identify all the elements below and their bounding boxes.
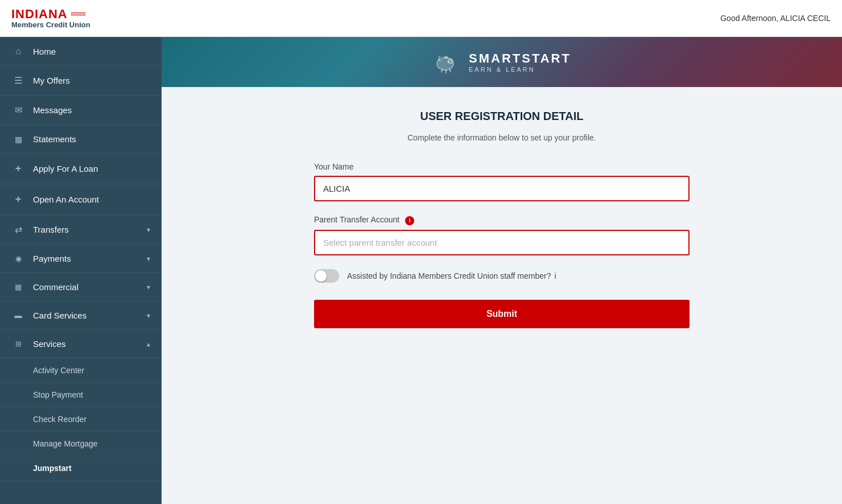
sidebar-label-open-account: Open An Account [33, 195, 150, 204]
sidebar-item-transfers[interactable]: ⇄ Transfers ▾ [0, 215, 162, 245]
main-layout: ⌂ Home ☰ My Offers ✉ Messages ▦ Statemen… [0, 37, 842, 504]
sidebar-label-commercial: Commercial [33, 282, 147, 292]
svg-line-4 [449, 69, 451, 72]
card-services-icon: ▬ [11, 311, 25, 320]
sidebar-item-my-offers[interactable]: ☰ My Offers [0, 66, 162, 96]
sidebar-item-commercial[interactable]: ▦ Commercial ▾ [0, 273, 162, 301]
parent-account-info-icon[interactable]: i [405, 216, 414, 225]
activity-center-label: Activity Center [33, 366, 84, 375]
payments-icon: ◉ [11, 254, 25, 263]
sidebar-label-messages: Messages [33, 105, 150, 115]
chevron-down-icon-card: ▾ [147, 312, 150, 320]
sidebar-item-jumpstart[interactable]: Jumpstart [0, 456, 162, 481]
logo-indiana: INDIANA [11, 7, 68, 21]
logo-lines-icon: ══ [71, 9, 86, 20]
banner-title: SMARTSTART [469, 51, 571, 66]
svg-point-1 [448, 59, 453, 63]
statements-icon: ▦ [11, 135, 25, 144]
submit-button[interactable]: Submit [314, 300, 690, 328]
offers-icon: ☰ [11, 75, 25, 86]
sidebar-item-stop-payment[interactable]: Stop Payment [0, 383, 162, 407]
sidebar-label-card-services: Card Services [33, 311, 147, 320]
banner-text: SMARTSTART EARN & LEARN [469, 51, 571, 73]
logo-sub: Members Credit Union [11, 21, 90, 29]
manage-mortgage-label: Manage Mortgage [33, 439, 98, 448]
home-icon: ⌂ [11, 46, 25, 56]
banner-content: SMARTSTART EARN & LEARN [432, 48, 571, 76]
form-subtitle: Complete the information below to set up… [314, 132, 690, 144]
sidebar: ⌂ Home ☰ My Offers ✉ Messages ▦ Statemen… [0, 37, 162, 504]
sidebar-item-payments[interactable]: ◉ Payments ▾ [0, 245, 162, 273]
logo: INDIANA ══ Members Credit Union [11, 7, 90, 29]
chevron-down-icon-payments: ▾ [147, 255, 150, 263]
sidebar-item-activity-center[interactable]: Activity Center [0, 358, 162, 383]
chevron-down-icon: ▾ [147, 226, 150, 234]
sidebar-item-apply-loan[interactable]: + Apply For A Loan [0, 154, 162, 184]
sidebar-label-statements: Statements [33, 134, 150, 144]
sidebar-item-services[interactable]: ⊞ Services ▴ [0, 330, 162, 358]
toggle-row: Assisted by Indiana Members Credit Union… [314, 269, 690, 283]
chevron-up-icon-services: ▴ [147, 340, 150, 348]
sidebar-item-statements[interactable]: ▦ Statements [0, 125, 162, 154]
sidebar-label-home: Home [33, 47, 150, 56]
registration-form: USER REGISTRATION DETAIL Complete the in… [303, 110, 701, 328]
transfers-icon: ⇄ [11, 224, 25, 235]
svg-point-6 [447, 61, 449, 63]
services-icon: ⊞ [11, 340, 25, 348]
jumpstart-label: Jumpstart [33, 464, 72, 473]
sidebar-item-open-account[interactable]: + Open An Account [0, 184, 162, 215]
sidebar-label-services: Services [33, 339, 147, 349]
open-account-icon: + [11, 193, 25, 205]
svg-rect-5 [444, 56, 448, 58]
sidebar-item-manage-mortgage[interactable]: Manage Mortgage [0, 432, 162, 456]
messages-icon: ✉ [11, 105, 25, 115]
name-label: Your Name [314, 162, 690, 171]
banner-subtitle: EARN & LEARN [469, 66, 571, 73]
commercial-icon: ▦ [11, 283, 25, 291]
assisted-toggle[interactable] [314, 269, 339, 283]
content-area: SMARTSTART EARN & LEARN USER REGISTRATIO… [162, 37, 842, 504]
form-title: USER REGISTRATION DETAIL [314, 110, 690, 123]
assisted-label: Assisted by Indiana Members Credit Union… [347, 271, 556, 280]
sidebar-item-home[interactable]: ⌂ Home [0, 37, 162, 66]
sidebar-item-messages[interactable]: ✉ Messages [0, 96, 162, 125]
banner: SMARTSTART EARN & LEARN [162, 37, 842, 87]
chevron-down-icon-commercial: ▾ [147, 283, 150, 291]
parent-account-label: Parent Transfer Account i [314, 215, 690, 225]
apply-loan-icon: + [11, 163, 25, 175]
parent-account-select[interactable]: Select parent transfer account [314, 230, 690, 255]
sidebar-label-payments: Payments [33, 254, 147, 263]
assisted-info-icon[interactable]: i [554, 271, 556, 280]
name-group: Your Name [314, 162, 690, 201]
sidebar-item-card-services[interactable]: ▬ Card Services ▾ [0, 301, 162, 330]
sidebar-label-apply-loan: Apply For A Loan [33, 164, 150, 173]
greeting-text: Good Afternoon, ALICIA CECIL [720, 14, 831, 23]
sidebar-label-transfers: Transfers [33, 225, 147, 234]
sidebar-label-my-offers: My Offers [33, 76, 150, 85]
stop-payment-label: Stop Payment [33, 390, 83, 399]
top-header: INDIANA ══ Members Credit Union Good Aft… [0, 0, 842, 37]
sidebar-item-check-reorder[interactable]: Check Reorder [0, 407, 162, 432]
name-input[interactable] [314, 176, 690, 201]
piggy-bank-icon [432, 48, 460, 76]
check-reorder-label: Check Reorder [33, 415, 86, 424]
parent-account-group: Parent Transfer Account i Select parent … [314, 215, 690, 255]
